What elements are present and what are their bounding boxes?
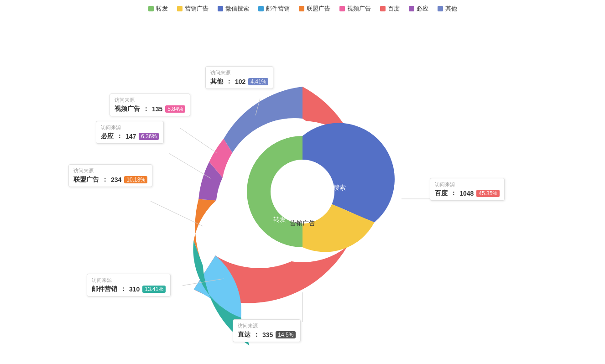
chart-svg: 微信搜索 营销广告 转发 xyxy=(0,21,605,362)
legend-item-其他: 其他 xyxy=(438,5,457,13)
tooltip-baidu-value: 百度： 1048 45.35% xyxy=(435,189,500,198)
legend-dot xyxy=(177,6,183,11)
legend-label: 视频广告 xyxy=(347,5,371,13)
tooltip-biying: 访问来源 必应： 147 6.36% xyxy=(96,121,164,144)
legend-label: 邮件营销 xyxy=(266,5,290,13)
legend-dot xyxy=(218,6,223,11)
connector-lianmeng xyxy=(151,201,203,226)
tooltip-biying-num: 147 xyxy=(125,133,136,140)
tooltip-lianmeng-title: 访问来源 xyxy=(73,167,147,174)
legend-item-营销广告: 营销广告 xyxy=(177,5,209,13)
tooltip-zhida: 访问来源 直达： 335 14.5% xyxy=(233,319,301,342)
tooltip-biying-pct: 6.36% xyxy=(139,133,159,140)
tooltip-biying-value: 必应： 147 6.36% xyxy=(101,132,159,140)
tooltip-video-title: 访问来源 xyxy=(115,97,185,104)
tooltip-biying-label: 必应 xyxy=(101,132,114,140)
tooltip-youjian-title: 访问来源 xyxy=(92,277,166,284)
legend-dot xyxy=(258,6,264,11)
legend-label: 营销广告 xyxy=(185,5,209,13)
legend-item-联盟广告: 联盟广告 xyxy=(299,5,330,13)
tooltip-youjian-num: 310 xyxy=(129,286,140,293)
tooltip-zhida-pct: 14.5% xyxy=(276,331,296,338)
tooltip-zhida-value: 直达： 335 14.5% xyxy=(238,331,296,339)
connector-video xyxy=(180,128,217,153)
label-weixin: 微信搜索 xyxy=(320,184,346,191)
tooltip-youjian: 访问来源 邮件营销： 310 13.41% xyxy=(87,274,171,296)
tooltip-baidu-pct: 45.35% xyxy=(476,190,500,197)
tooltip-lianmeng-label: 联盟广告 xyxy=(73,176,99,184)
legend-label: 联盟广告 xyxy=(307,5,330,13)
label-zhuanfa: 转发 xyxy=(273,216,286,223)
tooltip-lianmeng-value: 联盟广告： 234 10.13% xyxy=(73,176,147,184)
chart-legend: 转发营销广告微信搜索邮件营销联盟广告视频广告百度必应其他 xyxy=(0,0,605,13)
legend-label: 百度 xyxy=(388,5,400,13)
legend-label: 其他 xyxy=(445,5,457,13)
tooltip-baidu: 访问来源 百度： 1048 45.35% xyxy=(430,178,505,201)
label-yingxiao: 营销广告 xyxy=(290,219,315,227)
tooltip-youjian-label: 邮件营销 xyxy=(92,285,117,293)
legend-dot xyxy=(299,6,304,11)
legend-item-微信搜索: 微信搜索 xyxy=(218,5,249,13)
tooltip-lianmeng: 访问来源 联盟广告： 234 10.13% xyxy=(68,164,152,187)
tooltip-video: 访问来源 视频广告： 135 5.84% xyxy=(110,94,190,116)
legend-dot xyxy=(409,6,414,11)
tooltip-video-value: 视频广告： 135 5.84% xyxy=(115,105,185,113)
tooltip-qita-num: 102 xyxy=(235,78,245,85)
tooltip-youjian-value: 邮件营销： 310 13.41% xyxy=(92,285,166,293)
inner-hole xyxy=(271,160,334,224)
tooltip-qita: 访问来源 其他： 102 4.41% xyxy=(205,66,273,89)
legend-label: 微信搜索 xyxy=(225,5,249,13)
tooltip-baidu-title: 访问来源 xyxy=(435,181,500,188)
tooltip-zhida-title: 访问来源 xyxy=(238,322,296,329)
connector-biying xyxy=(169,153,211,178)
legend-dot xyxy=(339,6,345,11)
legend-item-视频广告: 视频广告 xyxy=(339,5,371,13)
legend-item-必应: 必应 xyxy=(409,5,428,13)
tooltip-video-label: 视频广告 xyxy=(115,105,140,113)
tooltip-qita-title: 访问来源 xyxy=(210,69,268,76)
legend-item-邮件营销: 邮件营销 xyxy=(258,5,290,13)
legend-dot xyxy=(148,6,154,11)
legend-item-百度: 百度 xyxy=(380,5,400,13)
legend-dot xyxy=(438,6,443,11)
tooltip-zhida-label: 直达 xyxy=(238,331,250,339)
tooltip-qita-label: 其他 xyxy=(210,78,223,86)
chart-area: 微信搜索 营销广告 转发 访问来源 百度： 1048 45.35% 访问来源 直… xyxy=(0,23,605,360)
tooltip-biying-title: 访问来源 xyxy=(101,124,159,131)
legend-item-转发: 转发 xyxy=(148,5,168,13)
tooltip-baidu-num: 1048 xyxy=(459,190,474,197)
tooltip-lianmeng-num: 234 xyxy=(111,176,121,183)
tooltip-video-pct: 5.84% xyxy=(165,105,185,113)
tooltip-video-num: 135 xyxy=(152,105,162,113)
tooltip-lianmeng-pct: 10.13% xyxy=(124,176,147,183)
tooltip-qita-pct: 4.41% xyxy=(248,78,268,85)
legend-label: 必应 xyxy=(417,5,428,13)
legend-dot xyxy=(380,6,386,11)
tooltip-zhida-num: 335 xyxy=(262,331,273,338)
tooltip-qita-value: 其他： 102 4.41% xyxy=(210,78,268,86)
tooltip-baidu-label: 百度 xyxy=(435,189,448,198)
legend-label: 转发 xyxy=(156,5,168,13)
tooltip-youjian-pct: 13.41% xyxy=(142,286,166,293)
